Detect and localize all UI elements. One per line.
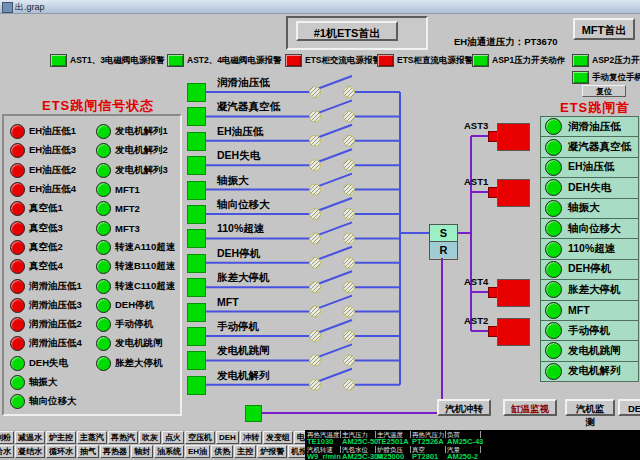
ast-valve-box xyxy=(497,279,530,307)
mft-first-out-button[interactable]: MFT首出 xyxy=(573,18,635,40)
signal-label: 轴向位移大 xyxy=(217,198,270,212)
sr-reset-cell: R xyxy=(430,242,457,258)
window-titlebar[interactable]: 出.grap xyxy=(0,0,640,14)
taskbar-button[interactable]: 减温水 xyxy=(15,431,45,444)
signal-input-square xyxy=(187,303,206,322)
contact-terminal xyxy=(344,87,355,98)
nav-button[interactable]: DEH xyxy=(618,399,640,416)
taskbar-button[interactable]: 点火 xyxy=(162,431,184,444)
trip-signal-label: 真空低3 xyxy=(29,222,63,235)
contact-terminal-hatch xyxy=(344,135,355,146)
first-out-label: 轴振大 xyxy=(568,201,600,215)
contact-terminal xyxy=(344,233,355,244)
signal-input-square xyxy=(187,156,206,175)
trip-signal-item: EH油压低1 xyxy=(10,122,82,141)
status-lamp-icon xyxy=(10,375,25,390)
taskbar-button[interactable]: 再热器 xyxy=(100,445,130,458)
taskbar-button[interactable]: DEH xyxy=(216,431,239,444)
status-column: 负荷AM25C-43 xyxy=(447,431,481,446)
trip-signal-item: 润滑油压低3 xyxy=(10,296,82,315)
contact-terminal-hatch xyxy=(310,355,321,366)
trip-signal-item: 发电机跳闸 xyxy=(96,334,175,353)
taskbar-button[interactable]: 炉主控 xyxy=(46,431,76,444)
status-lamp-icon xyxy=(10,163,25,178)
status-lamp-icon xyxy=(545,281,562,298)
lamp-indicator xyxy=(50,54,67,67)
alarm-lamp: ASP1压力开关动作 xyxy=(472,54,565,67)
contact-terminal-hatch xyxy=(344,379,355,390)
ets-first-out-button[interactable]: #1机ETS首出 xyxy=(296,21,398,41)
contact-terminal-hatch xyxy=(344,306,355,317)
taskbar-row-1: 制粉减温水炉主控主蒸汽再热汽吹灰点火空压机DEH冲转发变组电气主画单 xyxy=(0,431,347,444)
status-column: 再热汽温度TE1030 xyxy=(307,431,341,446)
trip-signal-item: EH油压低4 xyxy=(10,180,82,199)
ets-trip-screen: 出.grap #1机ETS首出 MFT首出 EH油通道压力：PT3670 AST… xyxy=(0,0,640,460)
taskbar-button[interactable]: 给水 xyxy=(0,445,14,458)
status-lamp-icon xyxy=(96,336,111,351)
status-lamp-icon xyxy=(10,143,25,158)
ast-valve-box xyxy=(497,318,530,346)
status-lamp-icon xyxy=(545,322,562,339)
alarm-lamp: AST1、3电磁阀电源报警 xyxy=(50,54,164,67)
contact-terminal xyxy=(344,160,355,171)
reset-button[interactable]: 复位 xyxy=(582,85,626,97)
first-out-label: EH油压低 xyxy=(568,160,614,174)
trip-signal-item: 润滑油压低2 xyxy=(10,315,82,334)
trip-signal-item: MFT1 xyxy=(96,180,175,199)
contact-blade xyxy=(317,369,352,382)
trip-signal-label: 发电机解列2 xyxy=(115,144,168,157)
trip-signal-label: 真空低2 xyxy=(29,241,63,254)
taskbar-button[interactable]: 制粉 xyxy=(0,431,14,444)
status-lamp-icon xyxy=(10,336,25,351)
first-out-label: 110%超速 xyxy=(568,242,615,256)
status-lamp-icon xyxy=(96,143,111,158)
status-lamp-icon xyxy=(10,394,25,409)
first-out-label: 发电机跳闸 xyxy=(568,344,621,358)
taskbar-button[interactable]: 轴封 xyxy=(131,445,153,458)
taskbar-button[interactable]: 主蒸汽 xyxy=(77,431,107,444)
trip-signal-item: 发电机解列2 xyxy=(96,141,175,160)
status-value: AM250-2 xyxy=(447,453,481,460)
taskbar-button[interactable]: 凝结水 xyxy=(15,445,45,458)
ast-valve-label: AST1 xyxy=(464,176,488,187)
nav-button[interactable]: 汽机监测 xyxy=(565,399,615,416)
nav-button[interactable]: 汽机冲转 xyxy=(437,399,491,416)
signal-label: 发电机解列 xyxy=(217,369,270,383)
first-out-list: 润滑油压低凝汽器真空低EH油压低DEH失电轴振大轴向位移大110%超速DEH停机… xyxy=(540,117,639,382)
taskbar-button[interactable]: 冲转 xyxy=(240,431,262,444)
contact-terminal xyxy=(310,111,321,122)
taskbar-button[interactable]: EH油 xyxy=(185,445,210,458)
contact-blade xyxy=(317,198,352,211)
taskbar-button[interactable]: 再热汽 xyxy=(108,431,138,444)
taskbar-button[interactable]: 油系统 xyxy=(154,445,184,458)
taskbar-button[interactable]: 循环水 xyxy=(46,445,76,458)
taskbar-button[interactable]: 吹灰 xyxy=(139,431,161,444)
taskbar-button[interactable]: 空压机 xyxy=(185,431,215,444)
status-lamp-icon xyxy=(545,302,562,319)
window-icon xyxy=(2,2,13,13)
first-out-item: 110%超速 xyxy=(540,238,639,259)
status-lamp-icon xyxy=(545,261,562,278)
signal-label: DEH失电 xyxy=(217,149,260,163)
first-out-item: EH油压低 xyxy=(540,157,639,178)
contact-terminal-hatch xyxy=(310,306,321,317)
taskbar-button[interactable]: 抽气 xyxy=(77,445,99,458)
contact-blade xyxy=(317,296,352,309)
signal-input-square xyxy=(187,351,206,370)
left-panel-title: ETS跳闸信号状态 xyxy=(42,97,154,115)
contact-blade xyxy=(317,100,352,113)
contact-terminal-hatch xyxy=(344,257,355,268)
taskbar-button[interactable]: 炉报警 xyxy=(257,445,287,458)
lamp-label: ETS柜交流电源报警 xyxy=(305,55,381,67)
contact-terminal-hatch xyxy=(344,331,355,342)
taskbar-button[interactable]: 主控 xyxy=(234,445,256,458)
first-out-item: 发电机解列 xyxy=(540,361,639,382)
nav-button[interactable]: 缸温监视 xyxy=(503,399,557,416)
status-column: 真空PT2801 xyxy=(412,446,446,460)
trip-signal-item: 转速B110超速 xyxy=(96,257,175,276)
contact-terminal xyxy=(310,233,321,244)
taskbar-button[interactable]: 发变组 xyxy=(263,431,293,444)
alarm-lamp: ETS柜直流电源报警 xyxy=(377,54,473,67)
taskbar-button[interactable]: 供热 xyxy=(211,445,233,458)
ets-first-out-frame: #1机ETS首出 xyxy=(286,16,428,50)
